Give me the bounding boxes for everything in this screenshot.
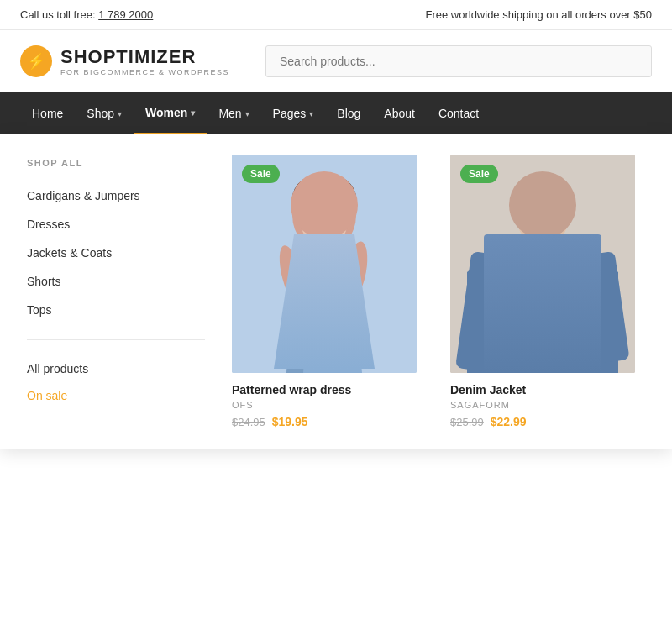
product-info-dress: Patterned wrap dress OFS $24.95 $19.95	[232, 373, 417, 428]
product-prices-dress: $24.95 $19.95	[232, 415, 417, 428]
svg-point-10	[339, 307, 344, 312]
price-new-jacket: $22.99	[491, 415, 527, 428]
header: ⚡ SHOPTIMIZER FOR BIGCOMMERCE & WORDPRES…	[0, 30, 672, 92]
nav-shop[interactable]: Shop ▾	[75, 93, 134, 134]
jacket-svg	[450, 155, 635, 373]
svg-point-17	[521, 190, 564, 244]
dropdown-products: Sale	[232, 134, 672, 449]
nav-contact[interactable]: Contact	[427, 93, 491, 134]
product-image-dress	[232, 155, 417, 373]
shop-all-label: SHOP ALL	[27, 158, 205, 168]
svg-point-1	[292, 178, 356, 252]
svg-point-29	[561, 242, 595, 265]
product-name-jacket: Denim Jacket	[450, 383, 635, 396]
product-name-dress: Patterned wrap dress	[232, 383, 417, 396]
dropdown-menu: SHOP ALL Cardigans & Jumpers Dresses Jac…	[0, 134, 232, 449]
dress-svg	[232, 155, 417, 373]
svg-rect-19	[544, 218, 561, 229]
sale-badge-dress: Sale	[242, 165, 280, 183]
logo[interactable]: ⚡ SHOPTIMIZER FOR BIGCOMMERCE & WORDPRES…	[20, 45, 229, 77]
svg-point-8	[330, 282, 335, 287]
svg-rect-23	[522, 264, 564, 269]
search-input[interactable]	[265, 45, 652, 77]
dropdown-on-sale[interactable]: On sale	[27, 382, 205, 409]
svg-rect-18	[524, 218, 541, 229]
product-brand-jacket: SAGAFORM	[450, 400, 635, 410]
product-info-jacket: Denim Jacket SAGAFORM $25.99 $22.99	[450, 373, 635, 428]
men-chevron: ▾	[245, 109, 249, 118]
dropdown-shorts[interactable]: Shorts	[27, 267, 205, 296]
pages-chevron: ▾	[309, 109, 313, 118]
svg-rect-21	[522, 245, 564, 296]
nav-about[interactable]: About	[372, 93, 427, 134]
svg-rect-26	[505, 272, 520, 274]
nav-blog[interactable]: Blog	[325, 93, 372, 134]
logo-name: SHOPTIMIZER	[60, 46, 229, 68]
svg-point-3	[301, 192, 348, 249]
svg-point-2	[292, 173, 356, 223]
svg-rect-4	[306, 222, 323, 232]
svg-point-28	[491, 242, 524, 265]
dropdown-dresses[interactable]: Dresses	[27, 210, 205, 239]
main-nav: Home Shop ▾ Women ▾ ☞ Men ▾ Pages ▾ Blog…	[0, 92, 672, 134]
nav-pages[interactable]: Pages ▾	[261, 93, 326, 134]
nav-home[interactable]: Home	[20, 93, 75, 134]
logo-icon: ⚡	[20, 45, 52, 77]
product-image-wrap-jacket: Sale	[450, 155, 635, 373]
dropdown-jackets[interactable]: Jackets & Coats	[27, 239, 205, 267]
product-prices-jacket: $25.99 $22.99	[450, 415, 635, 428]
phone-link[interactable]: 1 789 2000	[98, 8, 153, 21]
svg-rect-0	[232, 155, 417, 373]
sale-badge-jacket: Sale	[460, 165, 498, 183]
svg-rect-25	[505, 264, 520, 265]
svg-point-15	[512, 176, 573, 220]
logo-text: SHOPTIMIZER FOR BIGCOMMERCE & WORDPRESS	[60, 46, 229, 76]
logo-sub: FOR BIGCOMMERCE & WORDPRESS	[60, 68, 229, 76]
dropdown-tops[interactable]: Tops	[27, 296, 205, 324]
product-image-jacket	[450, 155, 635, 373]
svg-rect-24	[522, 274, 564, 279]
price-new-dress: $19.95	[272, 415, 308, 428]
dropdown-divider	[27, 339, 205, 340]
svg-rect-5	[326, 222, 343, 232]
women-dropdown: SHOP ALL Cardigans & Jumpers Dresses Jac…	[0, 134, 672, 449]
dropdown-all-products[interactable]: All products	[27, 355, 205, 382]
top-bar: Call us toll free: 1 789 2000 Free world…	[0, 0, 672, 30]
dropdown-cardigans[interactable]: Cardigans & Jumpers	[27, 181, 205, 210]
svg-point-16	[516, 180, 570, 247]
svg-rect-27	[565, 264, 580, 265]
phone-info: Call us toll free: 1 789 2000	[20, 8, 153, 21]
product-card-jacket[interactable]: Sale	[450, 155, 635, 428]
shop-chevron: ▾	[118, 109, 122, 118]
nav-men[interactable]: Men ▾	[207, 93, 260, 134]
shipping-info: Free worldwide shipping on all orders ov…	[425, 8, 652, 21]
nav-women[interactable]: Women ▾ ☞	[134, 92, 207, 134]
svg-point-9	[320, 295, 325, 300]
product-brand-dress: OFS	[232, 400, 417, 410]
product-image-wrap-dress: Sale	[232, 155, 417, 373]
product-card-dress[interactable]: Sale	[232, 155, 417, 428]
svg-point-11	[309, 316, 314, 321]
price-old-jacket: $25.99	[450, 416, 484, 428]
svg-rect-22	[522, 254, 564, 259]
women-chevron: ▾	[191, 108, 195, 118]
svg-point-7	[313, 270, 318, 275]
price-old-dress: $24.95	[232, 416, 265, 428]
